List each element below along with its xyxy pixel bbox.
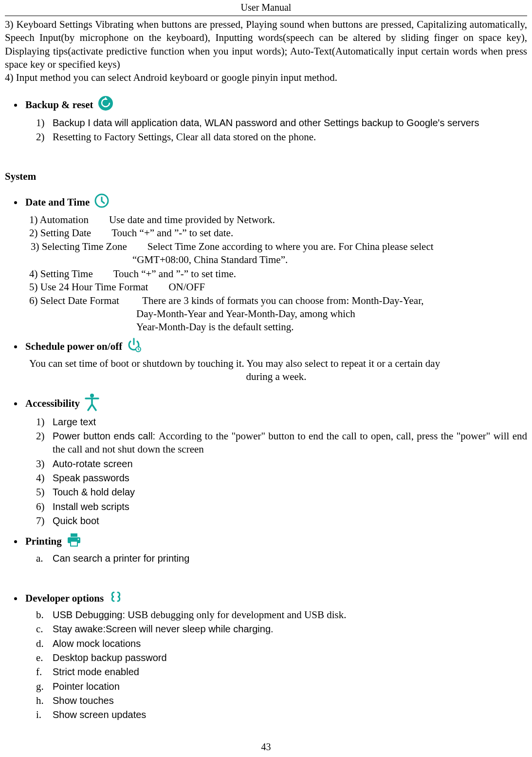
- svg-point-8: [77, 539, 79, 540]
- schedule-desc-2: during a week.: [25, 370, 527, 383]
- bullet-date-time: Date and Time 1) Automation Use date and…: [23, 192, 527, 334]
- accessibility-item: 3)Auto-rotate screen: [36, 457, 527, 472]
- developer-item: h.Show touches: [36, 694, 527, 708]
- clock-icon: [93, 192, 110, 212]
- backup-item-1: 1) Backup I data will application data, …: [36, 116, 527, 131]
- accessibility-item: 6)Install web scripts: [36, 500, 527, 514]
- accessibility-item: 4)Speak passwords: [36, 472, 527, 486]
- accessibility-title: Accessibility: [25, 397, 80, 410]
- bullet-printing: Printing a. Can search a printer for pr: [23, 532, 527, 566]
- accessibility-item: 7)Quick boot: [36, 514, 527, 529]
- backup-reset-icon: [97, 95, 114, 115]
- accessibility-icon: [84, 393, 100, 415]
- bullet-developer-options: Developer options b.USB Debugging: USB d…: [23, 589, 527, 723]
- accessibility-item: 1)Large text: [36, 416, 527, 430]
- dt-row-6: 6) Select Date Format There are 3 kinds …: [29, 294, 527, 307]
- accessibility-item: 5)Touch & hold delay: [36, 486, 527, 500]
- doc-header: User Manual: [5, 0, 527, 16]
- developer-item: f.Strict mode enabled: [36, 665, 527, 680]
- bullet-schedule-power: Schedule power on/off You can set time o…: [23, 337, 527, 384]
- date-time-title: Date and Time: [25, 196, 90, 209]
- dt-row-6-cont2: Year-Month-Day is the default setting.: [136, 321, 527, 334]
- printer-icon: [66, 532, 82, 550]
- dt-row-3: 3) Selecting Time Zone Select Time Zone …: [20, 240, 527, 253]
- keyboard-settings-para: 3) Keyboard Settings Vibrating when butt…: [5, 18, 527, 71]
- developer-item: d.Alow mock locations: [36, 637, 527, 651]
- svg-point-4: [90, 394, 94, 397]
- backup-reset-title: Backup & reset: [25, 98, 93, 112]
- svg-rect-5: [71, 533, 77, 537]
- developer-item: i.Show screen updates: [36, 708, 527, 722]
- bullet-accessibility: Accessibility 1)Large text2)Power button…: [23, 393, 527, 529]
- dt-row-4: 4) Setting Time Touch “+” and ”-” to set…: [29, 267, 527, 281]
- developer-options-title: Developer options: [25, 592, 104, 605]
- developer-item: c.Stay awake:Screen will never sleep whi…: [36, 623, 527, 637]
- svg-rect-7: [71, 541, 77, 546]
- dt-row-6-cont1: Day-Month-Year and Year-Month-Day, among…: [136, 307, 527, 321]
- input-method-para: 4) Input method you can select Android k…: [5, 71, 527, 84]
- printing-title: Printing: [25, 535, 62, 548]
- developer-options-icon: [108, 589, 124, 607]
- developer-item: g.Pointer location: [36, 680, 527, 694]
- dt-row-5: 5) Use 24 Hour Time Format ON/OFF: [29, 281, 527, 294]
- dt-row-2: 2) Setting Date Touch “+” and ”-” to set…: [29, 227, 527, 240]
- dt-row-3-cont: “GMT+08:00, China Standard Time”.: [132, 253, 527, 266]
- developer-item: e.Desktop backup password: [36, 651, 527, 665]
- accessibility-item: 2)Power button ends call: According to t…: [36, 430, 527, 457]
- system-heading: System: [5, 170, 527, 183]
- backup-item-2: 2) Resetting to Factory Settings, Clear …: [36, 131, 527, 145]
- bullet-backup-reset: Backup & reset 1) Backup I data will app…: [23, 95, 527, 145]
- schedule-desc-1: You can set time of boot or shutdown by …: [29, 357, 527, 370]
- dt-row-1: 1) Automation Use date and time provided…: [29, 213, 527, 227]
- developer-item: b.USB Debugging: USB debugging only for …: [36, 608, 527, 623]
- schedule-power-title: Schedule power on/off: [25, 340, 122, 353]
- page-number: 43: [0, 740, 532, 753]
- power-schedule-icon: [126, 337, 142, 356]
- printing-item-a: a. Can search a printer for printing: [36, 552, 527, 566]
